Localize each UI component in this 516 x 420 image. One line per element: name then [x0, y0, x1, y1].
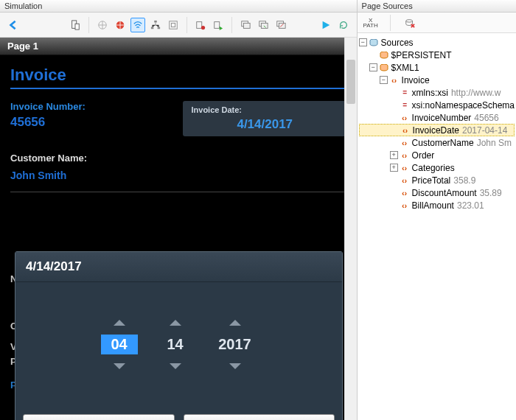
- tree-xmlns-xsi[interactable]: =xmlns:xsihttp://www.w: [359, 86, 515, 99]
- month-up-icon[interactable]: [114, 320, 125, 326]
- day-value[interactable]: 14: [157, 335, 194, 354]
- invoice-date-field[interactable]: Invoice Date: 4/14/2017: [183, 101, 348, 136]
- cancel-button[interactable]: Cancel: [184, 414, 335, 420]
- tree-persistent[interactable]: $PERSISTENT: [359, 49, 515, 61]
- day-down-icon[interactable]: [170, 363, 181, 369]
- svg-rect-11: [215, 21, 220, 28]
- simulation-toolbar: [0, 13, 357, 38]
- record-icon[interactable]: [193, 18, 208, 32]
- svg-rect-17: [279, 23, 285, 28]
- tree-discount-amount[interactable]: ‹›DiscountAmount35.89: [359, 186, 515, 199]
- svg-rect-4: [154, 20, 157, 22]
- svg-rect-6: [158, 27, 161, 29]
- svg-rect-5: [151, 27, 154, 29]
- svg-point-10: [201, 25, 205, 29]
- tree-order[interactable]: +‹›Order: [359, 149, 515, 161]
- tree-customer-name[interactable]: ‹›CustomerNameJohn Sm: [359, 136, 515, 149]
- page-sources-pane: Page Sources XPATH −Sources $PERSISTENT …: [358, 0, 516, 420]
- invoice-title: Invoice: [10, 66, 347, 85]
- network-icon[interactable]: [148, 18, 163, 32]
- globe-red-icon[interactable]: [113, 18, 128, 32]
- invoice-number-label: Invoice Number:: [10, 101, 175, 112]
- tree-invoice-date[interactable]: ‹›InvoiceDate2017-04-14: [359, 124, 515, 136]
- customer-name-label: Customer Name:: [10, 153, 347, 164]
- tree-bill-amount[interactable]: ‹›BillAmount323.01: [359, 199, 515, 211]
- set-button[interactable]: Set: [23, 414, 175, 420]
- page-content: Invoice Invoice Number: 45656 Invoice Da…: [0, 55, 357, 198]
- tree-xml1[interactable]: −$XML1: [359, 61, 515, 74]
- play-icon[interactable]: [318, 18, 333, 32]
- sources-tree: −Sources $PERSISTENT −$XML1 −‹›Invoice =…: [358, 33, 516, 214]
- page-header: Page 1: [0, 38, 357, 55]
- tree-xsi-nons[interactable]: =xsi:noNamespaceSchema: [359, 99, 515, 111]
- svg-rect-8: [171, 23, 175, 27]
- month-down-icon[interactable]: [114, 363, 125, 369]
- day-spinner: 14: [157, 320, 194, 369]
- scroll-thumb[interactable]: [346, 60, 355, 104]
- back-icon[interactable]: [6, 18, 21, 32]
- year-value[interactable]: 2017: [213, 335, 257, 354]
- invoice-number-value: 45656: [10, 115, 175, 130]
- page-sources-toolbar: XPATH: [358, 13, 516, 33]
- svg-rect-13: [243, 23, 250, 28]
- vertical-scrollbar[interactable]: [344, 38, 357, 420]
- year-down-icon[interactable]: [229, 363, 241, 369]
- year-spinner: 2017: [213, 320, 257, 369]
- snapshot3-icon[interactable]: [273, 18, 288, 32]
- simulation-title: Simulation: [0, 0, 357, 13]
- delete-source-icon[interactable]: [402, 15, 417, 30]
- svg-point-18: [405, 19, 412, 22]
- divider: [10, 88, 347, 89]
- svg-rect-7: [170, 21, 178, 29]
- divider2: [10, 192, 347, 192]
- invoice-date-value: 4/14/2017: [192, 117, 339, 132]
- tree-price-total[interactable]: ‹›PriceTotal358.9: [359, 174, 515, 186]
- svg-rect-1: [75, 24, 79, 29]
- xpath-icon[interactable]: XPATH: [363, 15, 378, 30]
- tree-categories[interactable]: +‹›Categories: [359, 161, 515, 174]
- refresh-icon[interactable]: [336, 18, 351, 32]
- simulation-body: Page 1 Invoice Invoice Number: 45656 Inv…: [0, 38, 357, 420]
- month-value[interactable]: 04: [101, 335, 138, 354]
- customer-name-value: John Smith: [10, 169, 347, 181]
- snapshot2-icon[interactable]: [256, 18, 271, 32]
- play-green-icon[interactable]: [211, 18, 226, 32]
- wifi-icon[interactable]: [130, 18, 145, 32]
- tree-root[interactable]: −Sources: [359, 36, 515, 49]
- device-icon[interactable]: [68, 18, 83, 32]
- date-picker-title: 4/14/2017: [15, 252, 342, 282]
- year-up-icon[interactable]: [229, 320, 241, 326]
- date-picker: 4/14/2017 04 14 2017: [15, 251, 343, 420]
- globe-grey-icon[interactable]: [95, 18, 110, 32]
- page-sources-title: Page Sources: [358, 0, 516, 13]
- day-up-icon[interactable]: [170, 320, 181, 326]
- simulation-pane: Simulation Page 1 Invoice In: [0, 0, 358, 420]
- month-spinner: 04: [101, 320, 138, 369]
- svg-rect-15: [261, 23, 268, 28]
- invoice-date-label: Invoice Date:: [192, 105, 339, 114]
- tree-invoice[interactable]: −‹›Invoice: [359, 74, 515, 86]
- tree-invoice-number[interactable]: ‹›InvoiceNumber45656: [359, 111, 515, 124]
- snapshot1-icon[interactable]: [238, 18, 253, 32]
- outline-icon[interactable]: [166, 18, 181, 32]
- svg-rect-9: [197, 21, 202, 28]
